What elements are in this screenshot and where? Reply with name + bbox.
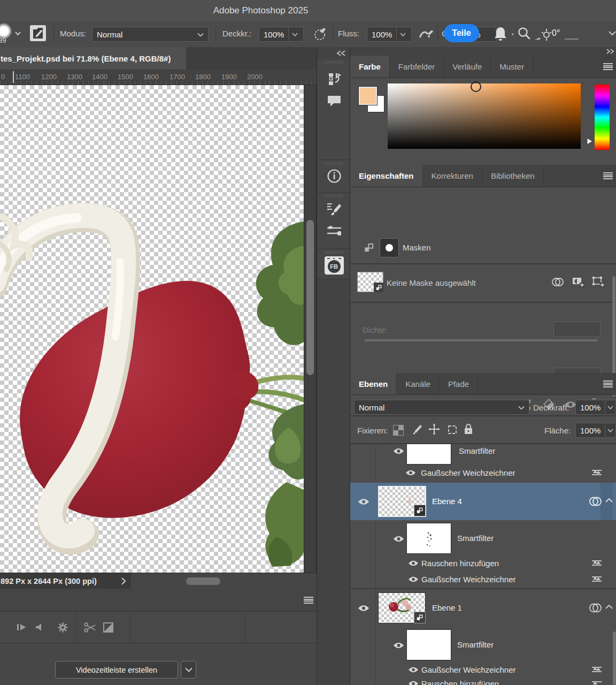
audio-mute-icon[interactable] [35, 623, 44, 631]
visibility-eye-icon[interactable] [408, 576, 419, 583]
collapse-effects-chevron-icon[interactable] [605, 498, 613, 503]
filter-row[interactable]: Rauschen hinzufügen [350, 679, 616, 685]
blend-mode-dropdown[interactable]: Normal [354, 400, 529, 415]
visibility-eye-icon[interactable] [393, 447, 404, 455]
filter-options-icon[interactable] [591, 680, 603, 685]
airbrush-icon[interactable] [313, 27, 328, 42]
visibility-eye-icon[interactable] [408, 560, 419, 567]
filter-options-icon[interactable] [591, 575, 603, 583]
document-tab[interactable]: tes_Projekt.psd bei 71.8% (Ebene 4, RGB/… [0, 47, 186, 70]
mode-dropdown[interactable]: Normal [92, 27, 209, 42]
opacity-combo[interactable]: 100% [259, 27, 304, 42]
smartfilter-thumbnail[interactable] [406, 629, 451, 660]
blend-circles-icon[interactable] [589, 603, 602, 613]
pen-pressure-icon[interactable] [418, 27, 434, 42]
horizontal-ruler[interactable]: 0 1100 1200 1300 1400 1500 1600 1700 180… [0, 70, 317, 85]
smartfilter-row[interactable]: Smartfilter [350, 444, 616, 465]
dock-grip[interactable] [325, 195, 343, 197]
bell-icon[interactable] [493, 26, 508, 42]
layer-opacity-combo[interactable]: 100% [575, 400, 616, 415]
tab-farbe[interactable]: Farbe [350, 56, 390, 78]
canvas[interactable] [0, 85, 304, 573]
tab-verlaeufe[interactable]: Verläufe [444, 56, 491, 78]
dock-grip[interactable] [325, 251, 343, 254]
canvas-horizontal-scrollbar-thumb[interactable] [186, 577, 220, 585]
layers-panel-menu-icon[interactable] [603, 380, 613, 387]
mask-mode-button[interactable] [380, 238, 399, 257]
create-timeline-dropdown-button[interactable] [181, 661, 196, 679]
filter-row[interactable]: Rauschen hinzufügen [350, 557, 616, 572]
color-panel-menu-icon[interactable] [603, 63, 613, 70]
tab-pfade[interactable]: Pfade [440, 373, 478, 394]
layers-scrollbar-thumb[interactable] [613, 631, 616, 685]
tab-eigenschaften[interactable]: Eigenschaften [350, 165, 423, 187]
add-vector-mask-icon[interactable] [592, 276, 605, 288]
collapse-effects-chevron-icon[interactable] [605, 604, 613, 609]
history-panel-icon[interactable] [317, 72, 351, 86]
lock-transparency-icon[interactable] [393, 425, 404, 436]
visibility-eye-icon[interactable] [408, 680, 419, 685]
flow-combo[interactable]: 100% [367, 27, 412, 42]
timeline-menu-icon[interactable] [304, 597, 313, 604]
layer-thumbnail[interactable] [378, 486, 426, 517]
tab-ebenen[interactable]: Ebenen [350, 373, 397, 394]
expand-panels-icon[interactable] [606, 49, 614, 54]
intersect-masks-icon[interactable] [551, 277, 564, 287]
lock-all-icon[interactable] [464, 423, 473, 435]
layer-row-ebene-4[interactable]: Ebene 4 [350, 483, 616, 520]
angle-input[interactable] [565, 29, 579, 40]
notes-panel-icon[interactable] [317, 94, 351, 107]
angle-value[interactable]: 0° [552, 28, 560, 38]
mask-thumbnail[interactable] [357, 272, 383, 292]
filter-row[interactable]: Gaußscher Weichzeichner [350, 465, 616, 482]
smartfilter-row[interactable]: Smartfilter [350, 520, 616, 557]
brush-settings-panel-icon[interactable] [317, 202, 351, 216]
visibility-eye-icon[interactable] [358, 498, 369, 506]
tab-korrekturen[interactable]: Korrekturen [423, 165, 482, 187]
smartfilter-thumbnail[interactable] [406, 444, 451, 465]
visibility-eye-icon[interactable] [405, 469, 416, 476]
collapse-dock-icon[interactable] [336, 50, 346, 56]
filter-options-icon[interactable] [591, 468, 603, 477]
lock-artboard-icon[interactable] [446, 424, 458, 436]
canvas-vertical-scrollbar[interactable] [304, 85, 317, 573]
visibility-eye-icon[interactable] [393, 642, 404, 649]
tab-farbfelder[interactable]: Farbfelder [390, 56, 444, 78]
visibility-eye-icon[interactable] [408, 666, 419, 673]
filter-row[interactable]: Gaußscher Weichzeichner [350, 663, 616, 679]
lock-pixels-brush-icon[interactable] [411, 424, 422, 436]
add-pixel-mask-icon[interactable] [572, 276, 584, 288]
layer-row-ebene-1[interactable]: Ebene 1 [350, 589, 616, 627]
brush-settings-toggle-button[interactable] [30, 25, 46, 41]
smartfilter-row[interactable]: Smartfilter [350, 627, 616, 663]
scissors-icon[interactable] [84, 622, 96, 633]
hue-slider-handle[interactable] [586, 137, 594, 146]
dock-grip[interactable] [325, 61, 343, 64]
fill-chevron[interactable] [605, 423, 615, 437]
visibility-eye-icon[interactable] [393, 535, 404, 543]
fill-combo[interactable]: 100% [575, 423, 616, 438]
plugin-fb-panel-icon[interactable]: FB [317, 256, 351, 275]
tab-bibliotheken[interactable]: Bibliotheken [482, 165, 544, 187]
options-chevron-icon[interactable] [609, 31, 616, 36]
transition-icon[interactable] [103, 622, 113, 633]
filter-row[interactable]: Gaußscher Weichzeichner [350, 572, 616, 588]
foreground-color-swatch[interactable] [359, 87, 377, 105]
share-button[interactable]: Teile [444, 24, 479, 42]
opacity-chevron[interactable] [288, 27, 301, 41]
filter-options-icon[interactable] [591, 559, 603, 567]
lock-position-move-icon[interactable] [428, 423, 440, 435]
dock-grip[interactable] [325, 162, 343, 165]
gear-icon[interactable] [58, 622, 68, 633]
color-field[interactable] [388, 83, 581, 149]
filter-options-icon[interactable] [591, 665, 603, 674]
properties-panel-menu-icon[interactable] [603, 172, 613, 179]
flow-chevron[interactable] [396, 27, 409, 41]
blend-circles-icon[interactable] [589, 496, 602, 507]
search-icon[interactable] [517, 26, 531, 40]
tab-muster[interactable]: Muster [491, 56, 533, 78]
smartfilter-thumbnail[interactable] [406, 523, 451, 554]
layer-thumbnail[interactable] [378, 592, 426, 623]
play-icon[interactable] [17, 623, 26, 631]
visibility-eye-icon[interactable] [358, 604, 369, 612]
